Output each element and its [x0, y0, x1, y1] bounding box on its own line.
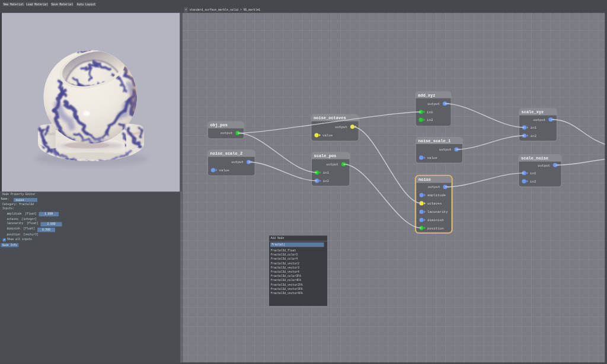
- svg-text:scale_noise: scale_noise: [521, 156, 548, 161]
- svg-text:in1: in1: [530, 171, 536, 175]
- svg-text:output: output: [439, 148, 452, 152]
- svg-text:in2: in2: [427, 118, 433, 122]
- svg-text:output: output: [533, 118, 546, 122]
- svg-text:in2: in2: [323, 179, 330, 183]
- svg-text:in2: in2: [530, 180, 536, 184]
- svg-text:value: value: [427, 156, 438, 160]
- svg-text:output: output: [428, 185, 440, 189]
- svg-text:output: output: [326, 162, 338, 167]
- svg-text:lacunarity: lacunarity: [427, 210, 448, 214]
- svg-text:output: output: [335, 125, 347, 129]
- svg-text:output: output: [221, 131, 233, 135]
- svg-text:value: value: [219, 168, 230, 173]
- svg-text:in1: in1: [427, 110, 433, 114]
- svg-text:value: value: [322, 133, 333, 138]
- svg-text:amplitude: amplitude: [427, 193, 446, 197]
- svg-text:scale_xyz: scale_xyz: [522, 110, 544, 114]
- svg-text:in2: in2: [531, 134, 537, 138]
- svg-text:noise_octaves: noise_octaves: [314, 116, 346, 120]
- svg-text:position: position: [427, 226, 444, 231]
- svg-text:obj_pos: obj_pos: [210, 123, 228, 127]
- svg-text:in1: in1: [531, 126, 537, 130]
- svg-text:noise_scale_1: noise_scale_1: [418, 139, 451, 143]
- svg-text:scale_pos: scale_pos: [314, 154, 337, 158]
- svg-text:output: output: [538, 164, 550, 168]
- svg-text:diminish: diminish: [427, 218, 444, 222]
- svg-text:output: output: [231, 160, 244, 164]
- svg-text:output: output: [427, 102, 440, 106]
- svg-text:noise: noise: [418, 177, 431, 182]
- svg-text:add_xyz: add_xyz: [418, 93, 435, 98]
- svg-text:in1: in1: [323, 171, 330, 175]
- svg-text:octaves: octaves: [427, 202, 442, 206]
- svg-text:noise_scale_2: noise_scale_2: [210, 151, 243, 156]
